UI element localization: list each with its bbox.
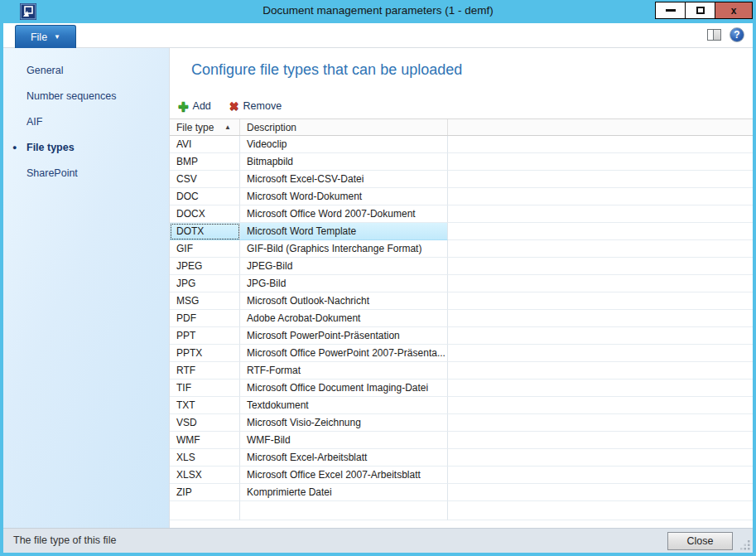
- table-row[interactable]: BMPBitmapbild: [170, 153, 753, 171]
- description-cell[interactable]: Microsoft Office Excel 2007-Arbeitsblatt: [240, 467, 448, 484]
- file-type-cell[interactable]: JPG: [170, 275, 240, 293]
- file-type-cell[interactable]: TXT: [170, 397, 240, 414]
- description-cell[interactable]: Microsoft Visio-Zeichnung: [240, 414, 448, 432]
- sidebar-item-number-sequences[interactable]: Number sequences: [3, 84, 169, 109]
- chevron-down-icon: ▼: [54, 33, 60, 41]
- description-cell[interactable]: Adobe Acrobat-Dokument: [240, 310, 448, 327]
- titlebar: Document management parameters (1 - demf…: [0, 0, 756, 23]
- filler-cell: [448, 414, 753, 432]
- sidebar-item-sharepoint[interactable]: SharePoint: [3, 161, 169, 186]
- page-title: Configure file types that can be uploade…: [191, 61, 753, 79]
- help-icon[interactable]: ?: [730, 27, 744, 42]
- description-cell[interactable]: WMF-Bild: [240, 432, 448, 449]
- file-type-cell[interactable]: PPTX: [170, 345, 240, 362]
- close-button[interactable]: Close: [667, 532, 733, 550]
- table-row[interactable]: TIFMicrosoft Office Document Imaging-Dat…: [170, 380, 753, 397]
- description-cell[interactable]: Videoclip: [240, 136, 448, 153]
- description-cell[interactable]: Microsoft Office Document Imaging-Datei: [240, 380, 448, 397]
- filler-cell: [448, 136, 753, 153]
- table-row[interactable]: DOTXMicrosoft Word Template: [170, 223, 753, 240]
- file-type-cell[interactable]: MSG: [170, 293, 240, 310]
- file-type-cell[interactable]: CSV: [170, 171, 240, 188]
- filler-cell: [448, 310, 753, 327]
- layout-pane-icon[interactable]: [707, 29, 721, 41]
- close-window-button[interactable]: x: [715, 2, 753, 19]
- file-types-grid: File type ▲ Description AVIVideoclipBMPB…: [170, 118, 753, 520]
- minimize-button[interactable]: [655, 2, 686, 19]
- table-row[interactable]: MSGMicrosoft Outlook-Nachricht: [170, 293, 753, 310]
- description-cell[interactable]: Microsoft Word Template: [240, 223, 448, 240]
- sidebar-item-file-types[interactable]: File types: [3, 135, 169, 161]
- file-type-cell[interactable]: TIF: [170, 380, 240, 397]
- menubar-right: ?: [707, 27, 744, 42]
- description-cell[interactable]: RTF-Format: [240, 362, 448, 380]
- file-type-cell[interactable]: JPEG: [170, 258, 240, 275]
- file-type-cell[interactable]: PPT: [170, 327, 240, 345]
- description-cell[interactable]: Microsoft Word-Dokument: [240, 188, 448, 205]
- table-body: AVIVideoclipBMPBitmapbildCSVMicrosoft Ex…: [170, 136, 753, 501]
- file-type-cell[interactable]: WMF: [170, 432, 240, 449]
- description-cell[interactable]: Bitmapbild: [240, 153, 448, 171]
- filler-cell: [448, 153, 753, 171]
- description-cell[interactable]: Komprimierte Datei: [240, 484, 448, 501]
- table-row[interactable]: DOCXMicrosoft Office Word 2007-Dokument: [170, 205, 753, 223]
- description-cell[interactable]: Microsoft PowerPoint-Präsentation: [240, 327, 448, 345]
- table-row[interactable]: VSDMicrosoft Visio-Zeichnung: [170, 414, 753, 432]
- file-type-cell[interactable]: BMP: [170, 153, 240, 171]
- sidebar-item-aif[interactable]: AIF: [3, 109, 169, 135]
- description-cell[interactable]: Microsoft Excel-Arbeitsblatt: [240, 449, 448, 467]
- table-row[interactable]: WMFWMF-Bild: [170, 432, 753, 449]
- filler-cell: [448, 240, 753, 258]
- file-type-cell[interactable]: RTF: [170, 362, 240, 380]
- minimize-icon: [666, 9, 676, 12]
- table-row[interactable]: AVIVideoclip: [170, 136, 753, 153]
- file-type-cell[interactable]: DOCX: [170, 205, 240, 223]
- remove-button-label: Remove: [243, 100, 282, 112]
- filler-cell: [448, 432, 753, 449]
- file-type-cell[interactable]: VSD: [170, 414, 240, 432]
- table-row[interactable]: TXTTextdokument: [170, 397, 753, 414]
- table-row[interactable]: XLSXMicrosoft Office Excel 2007-Arbeitsb…: [170, 467, 753, 484]
- description-cell[interactable]: Textdokument: [240, 397, 448, 414]
- table-row[interactable]: JPEGJPEG-Bild: [170, 258, 753, 275]
- description-cell[interactable]: JPG-Bild: [240, 275, 448, 293]
- description-cell[interactable]: JPEG-Bild: [240, 258, 448, 275]
- filler-cell: [448, 380, 753, 397]
- table-row[interactable]: PDFAdobe Acrobat-Dokument: [170, 310, 753, 327]
- description-cell[interactable]: Microsoft Office Word 2007-Dokument: [240, 205, 448, 223]
- sidebar-item-general[interactable]: General: [3, 58, 169, 84]
- file-type-cell[interactable]: AVI: [170, 136, 240, 153]
- resize-grip[interactable]: [740, 540, 750, 550]
- maximize-button[interactable]: [685, 2, 715, 19]
- description-cell[interactable]: Microsoft Office PowerPoint 2007-Präsent…: [240, 345, 448, 362]
- table-row[interactable]: XLSMicrosoft Excel-Arbeitsblatt: [170, 449, 753, 467]
- description-cell[interactable]: Microsoft Excel-CSV-Datei: [240, 171, 448, 188]
- filler-cell: [448, 484, 753, 501]
- table-row[interactable]: ZIPKomprimierte Datei: [170, 484, 753, 501]
- filler-cell: [448, 258, 753, 275]
- file-type-cell[interactable]: PDF: [170, 310, 240, 327]
- file-type-cell[interactable]: DOC: [170, 188, 240, 205]
- file-type-cell[interactable]: XLS: [170, 449, 240, 467]
- table-row[interactable]: PPTXMicrosoft Office PowerPoint 2007-Prä…: [170, 345, 753, 362]
- grid-toolbar: ✚ Add ✖ Remove: [178, 97, 753, 115]
- menubar: File ▼ ?: [3, 23, 753, 48]
- file-type-cell[interactable]: GIF: [170, 240, 240, 258]
- remove-button[interactable]: ✖ Remove: [229, 100, 282, 112]
- file-menu-button[interactable]: File ▼: [15, 25, 76, 48]
- description-cell[interactable]: GIF-Bild (Graphics Interchange Format): [240, 240, 448, 258]
- add-button[interactable]: ✚ Add: [178, 100, 211, 113]
- file-type-cell[interactable]: XLSX: [170, 467, 240, 484]
- file-type-cell[interactable]: ZIP: [170, 484, 240, 501]
- table-row[interactable]: RTFRTF-Format: [170, 362, 753, 380]
- column-header-description[interactable]: Description: [240, 119, 448, 135]
- table-row[interactable]: CSVMicrosoft Excel-CSV-Datei: [170, 171, 753, 188]
- table-row[interactable]: DOCMicrosoft Word-Dokument: [170, 188, 753, 205]
- table-row[interactable]: PPTMicrosoft PowerPoint-Präsentation: [170, 327, 753, 345]
- table-row[interactable]: JPGJPG-Bild: [170, 275, 753, 293]
- table-row[interactable]: GIFGIF-Bild (Graphics Interchange Format…: [170, 240, 753, 258]
- column-header-file-type[interactable]: File type ▲: [170, 119, 240, 135]
- file-type-cell[interactable]: DOTX: [170, 223, 240, 240]
- description-cell[interactable]: Microsoft Outlook-Nachricht: [240, 293, 448, 310]
- maximize-icon: [696, 7, 705, 14]
